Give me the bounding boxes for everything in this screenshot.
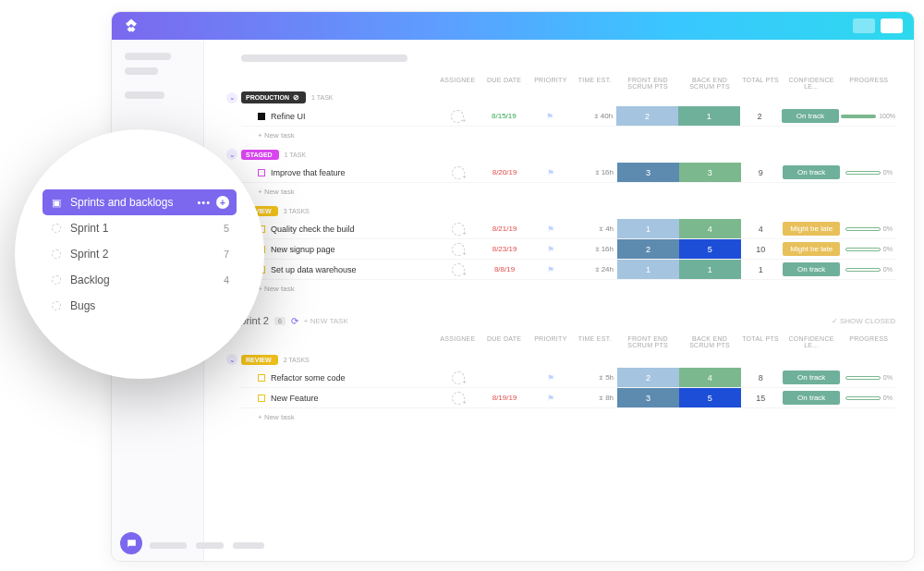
confidence-badge[interactable]: On track <box>782 109 839 123</box>
header-box[interactable] <box>853 18 875 33</box>
time-estimate[interactable]: 24h <box>602 265 614 273</box>
task-name[interactable]: New signup page <box>271 245 335 254</box>
back-scrum-pts[interactable]: 5 <box>679 239 741 259</box>
flag-icon[interactable]: ⚑ <box>546 112 553 121</box>
assignee-icon[interactable] <box>451 110 464 123</box>
hourglass-icon: ⧗ <box>595 169 600 176</box>
flag-icon[interactable]: ⚑ <box>547 373 554 383</box>
new-task-link[interactable]: + New task <box>241 127 895 149</box>
task-status-square[interactable] <box>258 169 265 176</box>
due-date[interactable]: 8/21/19 <box>492 225 517 233</box>
progress-cell[interactable]: 0% <box>843 260 895 279</box>
progress-cell[interactable]: 100% <box>841 106 895 126</box>
task-name[interactable]: Improve that feature <box>271 168 346 177</box>
new-task-link[interactable]: + New task <box>241 408 895 431</box>
confidence-badge[interactable]: Might be late <box>783 222 840 236</box>
popout-header[interactable]: ▣ Sprints and backlogs ••• + <box>43 189 237 215</box>
front-scrum-pts[interactable]: 1 <box>617 219 679 238</box>
time-estimate[interactable]: 40h <box>601 112 613 120</box>
progress-cell[interactable]: 0% <box>843 163 895 182</box>
section-label[interactable]: STAGED <box>241 150 279 160</box>
time-estimate[interactable]: 8h <box>605 394 614 402</box>
front-scrum-pts[interactable]: 2 <box>617 239 679 259</box>
task-status-square[interactable] <box>258 113 265 120</box>
task-row[interactable]: Refactor some code ⚑ ⧗5h 2 4 8 On track … <box>241 368 895 388</box>
due-date[interactable]: 8/23/19 <box>492 245 517 253</box>
chevron-down-icon[interactable]: ⌄ <box>226 354 237 365</box>
confidence-badge[interactable]: Might be late <box>783 242 840 256</box>
progress-cell[interactable]: 0% <box>843 368 895 387</box>
time-estimate[interactable]: 16h <box>602 168 614 176</box>
section-header[interactable]: ⌄ STAGED 1 TASK <box>226 149 895 160</box>
task-name[interactable]: Set up data warehouse <box>271 265 357 274</box>
confidence-badge[interactable]: On track <box>783 371 840 384</box>
popout-item[interactable]: Sprint 1 5 <box>43 215 237 241</box>
assignee-icon[interactable] <box>452 371 465 384</box>
task-name[interactable]: Refactor some code <box>271 373 346 383</box>
confidence-badge[interactable]: On track <box>783 165 840 179</box>
task-row[interactable]: New signup page 8/23/19 ⚑ ⧗16h 2 5 10 Mi… <box>241 239 895 260</box>
back-scrum-pts[interactable]: 1 <box>679 260 741 279</box>
task-row[interactable]: Improve that feature 8/20/19 ⚑ ⧗16h 3 3 … <box>241 163 895 183</box>
flag-icon[interactable]: ⚑ <box>547 394 554 403</box>
new-task-link[interactable]: + New task <box>241 280 895 302</box>
progress-cell[interactable]: 0% <box>843 239 895 259</box>
task-name[interactable]: New Feature <box>271 394 319 403</box>
sprint2-new-task[interactable]: + NEW TASK <box>304 317 348 325</box>
task-row[interactable]: Refine UI 8/15/19 ⚑ ⧗40h 2 1 2 On track … <box>241 106 895 127</box>
confidence-badge[interactable]: On track <box>783 262 840 276</box>
flag-icon[interactable]: ⚑ <box>547 245 554 254</box>
assignee-icon[interactable] <box>452 223 465 236</box>
chevron-down-icon[interactable]: ⌄ <box>226 149 237 160</box>
assignee-icon[interactable] <box>452 166 465 179</box>
chat-button[interactable] <box>120 532 142 554</box>
due-date[interactable]: 8/15/19 <box>492 112 517 120</box>
section-header[interactable]: ⌄ REVIEW 3 TASKS <box>226 205 895 216</box>
back-scrum-pts[interactable]: 1 <box>678 106 740 126</box>
time-estimate[interactable]: 5h <box>605 373 614 382</box>
front-scrum-pts[interactable]: 1 <box>617 260 679 279</box>
popout-item[interactable]: Backlog 4 <box>43 267 237 293</box>
front-scrum-pts[interactable]: 2 <box>617 368 679 387</box>
task-row[interactable]: New Feature 8/19/19 ⚑ ⧗8h 3 5 15 On trac… <box>241 388 895 408</box>
new-task-link[interactable]: + New task <box>241 183 895 205</box>
back-scrum-pts[interactable]: 5 <box>679 388 741 407</box>
more-icon[interactable]: ••• <box>197 197 211 208</box>
section-label[interactable]: REVIEW <box>241 355 278 365</box>
task-name[interactable]: Quality check the build <box>271 225 355 234</box>
chevron-down-icon[interactable]: ⌄ <box>226 92 237 103</box>
add-icon[interactable]: + <box>216 196 229 209</box>
front-scrum-pts[interactable]: 3 <box>617 163 679 182</box>
back-scrum-pts[interactable]: 3 <box>679 163 741 182</box>
refresh-icon[interactable]: ⟳ <box>291 316 298 326</box>
flag-icon[interactable]: ⚑ <box>547 265 554 274</box>
task-name[interactable]: Refine UI <box>271 112 306 121</box>
due-date[interactable]: 8/20/19 <box>492 168 517 176</box>
due-date[interactable]: 8/8/19 <box>494 265 515 273</box>
section-header[interactable]: ⌄ REVIEW 2 TASKS <box>226 354 895 365</box>
back-scrum-pts[interactable]: 4 <box>679 219 741 238</box>
task-status-square[interactable] <box>258 374 265 382</box>
flag-icon[interactable]: ⚑ <box>547 168 554 177</box>
flag-icon[interactable]: ⚑ <box>547 225 554 234</box>
popout-item[interactable]: Bugs <box>43 293 237 319</box>
due-date[interactable]: 8/19/19 <box>492 394 517 402</box>
front-scrum-pts[interactable]: 3 <box>617 388 679 407</box>
front-scrum-pts[interactable]: 2 <box>616 106 678 126</box>
task-row[interactable]: Quality check the build 8/21/19 ⚑ ⧗4h 1 … <box>241 219 895 239</box>
assignee-icon[interactable] <box>452 392 465 405</box>
assignee-icon[interactable] <box>452 243 465 256</box>
progress-cell[interactable]: 0% <box>843 388 895 407</box>
assignee-icon[interactable] <box>452 263 465 276</box>
confidence-badge[interactable]: On track <box>783 391 840 405</box>
task-row[interactable]: Set up data warehouse 8/8/19 ⚑ ⧗24h 1 1 … <box>241 260 895 280</box>
time-estimate[interactable]: 16h <box>602 245 614 253</box>
popout-item[interactable]: Sprint 2 7 <box>43 241 237 267</box>
task-status-square[interactable] <box>258 395 265 402</box>
header-box[interactable] <box>881 18 903 33</box>
show-closed-toggle[interactable]: ✓ SHOW CLOSED <box>832 317 895 325</box>
progress-cell[interactable]: 0% <box>843 219 895 238</box>
back-scrum-pts[interactable]: 4 <box>679 368 741 387</box>
time-estimate[interactable]: 4h <box>605 225 614 233</box>
popout-item-count: 4 <box>224 274 229 286</box>
